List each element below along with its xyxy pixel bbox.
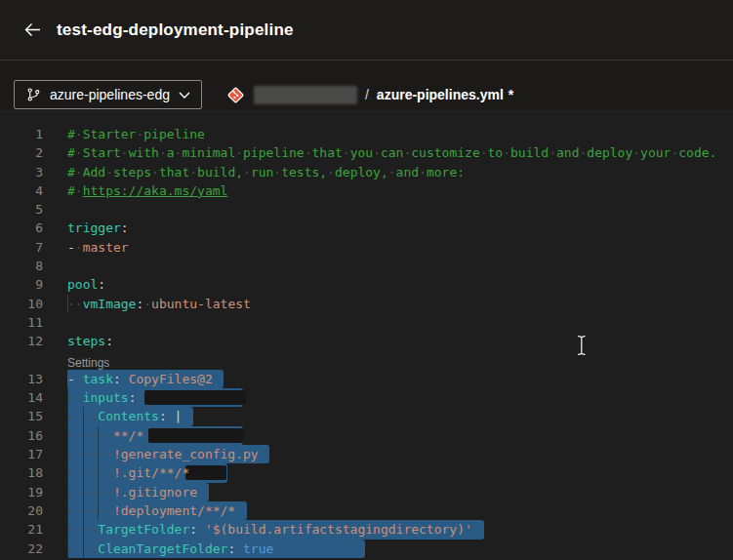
code-line-content[interactable]: #·https://aka.ms/yaml — [67, 181, 733, 200]
code-line-content[interactable]: #·Starter·pipeline — [67, 125, 733, 143]
code-line-13: 13-·task:·CopyFiles@2 — [0, 370, 733, 388]
line-number[interactable]: 6 — [0, 219, 43, 237]
code-token: true — [243, 541, 273, 556]
line-number[interactable]: 5 — [0, 200, 43, 219]
code-line-4: 4#·https://aka.ms/yaml — [0, 181, 733, 200]
yaml-code-editor[interactable]: 1#·Starter·pipeline2#·Start·with·a·minim… — [0, 110, 733, 560]
code-line-15: 15····Contents:·| — [0, 407, 733, 425]
line-number[interactable]: 22 — [0, 540, 43, 558]
code-line-16: 16······**/* — [0, 426, 733, 445]
code-token: !generate_config.py — [113, 447, 259, 461]
code-line-content[interactable]: #·Start·with·a·minimal·pipeline·that·you… — [67, 143, 733, 162]
code-line-content[interactable] — [67, 200, 733, 219]
code-line-21: 21····TargetFolder:·'$(build.artifactsta… — [0, 520, 733, 539]
code-line-5: 5 — [0, 200, 733, 219]
code-token: !.git/**/* — [113, 465, 189, 480]
code-line-20: 20······!deployment/**/* — [0, 501, 733, 520]
code-token: : — [121, 220, 129, 235]
code-token: **/* — [113, 428, 143, 443]
code-line-14: 14··inputs: — [0, 388, 733, 407]
line-number[interactable]: 20 — [0, 501, 43, 520]
code-line-content[interactable]: #·Add·steps·that·build,·run·tests,·deplo… — [67, 163, 733, 181]
line-number[interactable]: 9 — [0, 275, 43, 294]
code-line-content[interactable]: pool: — [67, 275, 733, 294]
line-number — [0, 351, 43, 370]
line-number[interactable]: 16 — [0, 426, 43, 445]
code-line-8: 8 — [0, 257, 733, 275]
line-number[interactable]: 21 — [0, 520, 43, 539]
code-line-content[interactable]: -·master — [67, 238, 733, 257]
code-line-content[interactable]: ······!deployment/**/* — [67, 501, 733, 520]
code-token: task — [83, 372, 113, 386]
comment-link[interactable]: https://aka.ms/yaml — [83, 183, 228, 198]
branch-selector-dropdown[interactable]: azure-pipelines-edg — [14, 80, 202, 109]
code-token: ···· — [67, 541, 98, 556]
line-number[interactable]: 1 — [0, 125, 43, 143]
line-number[interactable]: 7 — [0, 238, 43, 257]
line-number[interactable]: 14 — [0, 388, 43, 407]
breadcrumb-separator: / — [365, 87, 369, 102]
line-number[interactable]: 12 — [0, 332, 43, 350]
line-number[interactable]: 15 — [0, 407, 43, 425]
code-token: ···· — [67, 522, 98, 537]
code-line-content[interactable]: trigger: — [67, 219, 733, 237]
code-line-content[interactable]: ··vmImage:·ubuntu-latest — [67, 295, 733, 313]
code-token: ······ — [67, 428, 113, 443]
code-token: -· — [67, 372, 83, 386]
code-token: :· — [227, 541, 243, 556]
code-token: ·· — [67, 297, 83, 311]
code-line-content[interactable]: ······!generate_config.py — [67, 445, 733, 463]
page-title: test-edg-deployment-pipeline — [57, 20, 294, 40]
code-token: ubuntu-latest — [151, 297, 251, 311]
chevron-down-icon — [179, 92, 190, 99]
settings-link[interactable]: Settings — [67, 356, 109, 370]
line-number[interactable]: 2 — [0, 143, 43, 162]
code-line-content[interactable] — [67, 257, 733, 275]
code-line-content[interactable]: ······**/* — [67, 426, 733, 445]
codelens-settings-link[interactable]: Settings — [67, 351, 733, 370]
code-token: : — [98, 277, 105, 292]
code-line-1: 1#·Starter·pipeline — [0, 125, 733, 143]
code-line-content[interactable]: ····TargetFolder:·'$(build.artifactstagi… — [67, 520, 733, 539]
line-number[interactable]: 17 — [0, 445, 43, 463]
code-line-content[interactable]: ······!.git/**/* — [67, 463, 733, 482]
code-line-22: 22····CleanTargetFolder:·true — [0, 540, 733, 558]
repo-name-redacted — [254, 86, 357, 104]
code-token: '$(build.artifactstagingdirectory)' — [205, 522, 472, 537]
code-token: master — [83, 240, 129, 255]
code-line-content[interactable]: ······!.gitignore — [67, 483, 733, 501]
code-token: Contents — [98, 409, 159, 423]
arrow-left-icon — [24, 22, 41, 37]
code-line-19: 19······!.gitignore — [0, 483, 733, 501]
line-number[interactable]: 11 — [0, 313, 43, 332]
breadcrumb: / azure-pipelines.yml * — [225, 85, 513, 105]
code-token: ·· — [67, 390, 83, 405]
line-number[interactable]: 19 — [0, 483, 43, 501]
code-token: #· — [67, 183, 83, 198]
code-line-content[interactable]: ····Contents:·| — [67, 407, 733, 425]
code-token: : — [129, 390, 137, 405]
redaction-box — [144, 390, 246, 405]
code-token: vmImage — [83, 297, 137, 311]
code-token: ······ — [67, 447, 113, 461]
back-button[interactable] — [20, 18, 45, 43]
code-line-18: 18······!.git/**/* — [0, 463, 733, 482]
git-logo-icon — [225, 85, 246, 105]
code-line-content[interactable]: ····CleanTargetFolder:·true — [67, 540, 733, 558]
code-line-content[interactable]: steps: — [67, 332, 733, 350]
code-token: :· — [159, 409, 175, 423]
line-number[interactable]: 4 — [0, 181, 43, 200]
line-number[interactable]: 10 — [0, 295, 43, 313]
line-number[interactable]: 13 — [0, 370, 43, 388]
code-token: CleanTargetFolder — [98, 541, 227, 556]
code-line-content[interactable] — [67, 313, 733, 332]
code-token: inputs — [83, 390, 129, 405]
code-line-content[interactable]: ··inputs: — [67, 388, 733, 407]
code-token: ···· — [67, 409, 98, 423]
line-number[interactable]: 3 — [0, 163, 43, 181]
line-number[interactable]: 8 — [0, 257, 43, 275]
line-number[interactable]: 18 — [0, 463, 43, 482]
code-token: CopyFiles@2 — [129, 372, 213, 386]
code-line-12: 12steps: — [0, 332, 733, 350]
code-line-content[interactable]: -·task:·CopyFiles@2 — [67, 370, 733, 388]
